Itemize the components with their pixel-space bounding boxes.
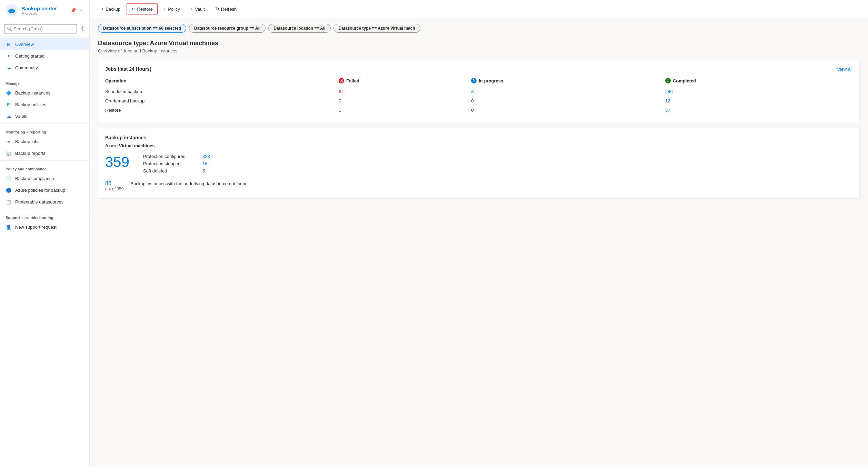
sidebar-item-label-backup-policies: Backup policies [15, 102, 46, 107]
jobs-card: Jobs (last 24 Hours) View all Operation … [98, 59, 860, 122]
datasource-subtitle: Overview of Jobs and Backup instances [98, 48, 860, 53]
manage-section-header: Manage [0, 77, 89, 87]
failed-cell-1: 0 [339, 96, 471, 106]
pin-icon[interactable]: 📌 [70, 8, 76, 13]
soft-deleted-label: Soft deleted [143, 168, 198, 173]
backup-instances-card: Backup instances Azure Virtual machines … [98, 128, 860, 199]
in-progress-icon: ↻ [471, 78, 477, 83]
failed-status-header: ✕ Failed [339, 78, 467, 83]
location-filter-label: Datasource location == [273, 26, 320, 31]
completed-cell-2[interactable]: 57 [665, 106, 852, 115]
backup-button[interactable]: + Backup [97, 4, 125, 14]
sidebar-item-azure-policies[interactable]: 🔵 Azure policies for backup [0, 184, 89, 196]
col-failed-header: ✕ Failed [339, 76, 471, 87]
in-progress-value-2: 0 [471, 108, 473, 113]
sidebar-item-backup-reports[interactable]: 📊 Backup reports [0, 147, 89, 159]
sidebar-item-vaults[interactable]: ☁ Vaults [0, 110, 89, 122]
total-instances-count[interactable]: 359 [105, 154, 129, 170]
protection-stopped-value[interactable]: 16 [202, 161, 207, 166]
failed-value-2[interactable]: 1 [339, 108, 341, 113]
soft-deleted-row: Soft deleted 5 [143, 168, 210, 173]
policy-plus-icon: + [163, 6, 166, 12]
vault-button-label: Vault [195, 7, 205, 12]
in-progress-header-label: In progress [479, 78, 503, 83]
jobs-card-title: Jobs (last 24 Hours) View all [105, 66, 852, 72]
more-icon[interactable]: ··· [80, 8, 84, 13]
sidebar-item-backup-policies[interactable]: ⊞ Backup policies [0, 99, 89, 110]
refresh-button[interactable]: ↻ Refresh [211, 4, 241, 14]
policy-button-label: Policy [168, 7, 180, 12]
not-found-description: Backup instances with the underlying dat… [130, 180, 248, 186]
location-filter[interactable]: Datasource location == All [268, 24, 330, 33]
subscription-filter[interactable]: Datasource subscription == 66 selected [98, 24, 186, 33]
col-completed-header: ✓ Completed [665, 76, 852, 87]
failed-value-0[interactable]: 64 [339, 89, 343, 94]
not-found-section: 86 out of 359 Backup instances with the … [105, 180, 852, 191]
filter-bar: Datasource subscription == 66 selected D… [98, 24, 860, 33]
support-section-header: Support + troubleshooting [0, 211, 89, 221]
vault-button[interactable]: + Vault [186, 4, 209, 14]
completed-value-1[interactable]: 12 [665, 98, 670, 103]
sidebar-item-backup-instances[interactable]: 🔷 Backup instances [0, 87, 89, 99]
sidebar-header: Backup center Microsoft 📌 ··· [0, 0, 89, 21]
main-content: + Backup ↩ Restore + Policy + Vault ↻ Re… [90, 0, 868, 467]
sidebar-item-protectable[interactable]: 📋 Protectable datasources [0, 196, 89, 208]
in-progress-cell-0[interactable]: 8 [471, 87, 665, 96]
table-row: Restore 1 0 57 [105, 106, 852, 115]
sidebar-item-community[interactable]: ☁ Community [0, 62, 89, 73]
search-input[interactable] [4, 24, 77, 33]
backup-instances-icon: 🔷 [6, 90, 12, 96]
policy-button[interactable]: + Policy [159, 4, 184, 14]
sidebar-item-label-backup-compliance: Backup compliance [15, 176, 54, 181]
soft-deleted-value[interactable]: 5 [202, 168, 205, 173]
collapse-sidebar-button[interactable]: 《 [77, 24, 85, 34]
completed-value-2[interactable]: 57 [665, 108, 670, 113]
completed-cell-0[interactable]: 246 [665, 87, 852, 96]
subscription-filter-label: Datasource subscription == [103, 26, 159, 31]
sidebar-item-new-support[interactable]: 👤 New support request [0, 221, 89, 233]
app-title: Backup center [21, 6, 57, 11]
sidebar-item-backup-jobs[interactable]: ≡ Backup jobs [0, 136, 89, 147]
sidebar-item-getting-started[interactable]: ✦ Getting started [0, 50, 89, 62]
sidebar-item-label-new-support: New support request [15, 225, 57, 230]
subscription-filter-value: 66 selected [159, 26, 181, 31]
failed-value-1: 0 [339, 98, 341, 103]
jobs-view-all-link[interactable]: View all [837, 67, 852, 72]
completed-status-header: ✓ Completed [665, 78, 848, 83]
failed-cell-0[interactable]: 64 [339, 87, 471, 96]
vaults-icon: ☁ [6, 113, 12, 119]
type-filter-value: Azure Virtual mach [378, 26, 415, 31]
restore-button-label: Restore [137, 7, 153, 12]
resource-group-filter[interactable]: Datasource resource group == All [189, 24, 266, 33]
getting-started-icon: ✦ [6, 53, 12, 59]
not-found-count-value[interactable]: 86 [105, 180, 123, 187]
protection-configured-value[interactable]: 338 [202, 154, 210, 159]
backup-jobs-icon: ≡ [6, 138, 12, 145]
in-progress-value-1: 0 [471, 98, 473, 103]
backup-button-label: Backup [106, 7, 120, 12]
sidebar-item-label-protectable: Protectable datasources [15, 199, 63, 205]
col-in-progress-header: ↻ In progress [471, 76, 665, 87]
col-operation-header: Operation [105, 76, 339, 87]
restore-button[interactable]: ↩ Restore [127, 3, 158, 14]
search-icon: 🔍 [7, 27, 12, 31]
failed-cell-2[interactable]: 1 [339, 106, 471, 115]
refresh-icon: ↻ [215, 6, 219, 12]
datasource-type-title: Datasource type: Azure Virtual machines [98, 40, 860, 47]
operation-cell-2: Restore [105, 106, 339, 115]
policy-section-header: Policy and compliance [0, 162, 89, 172]
in-progress-value-0[interactable]: 8 [471, 89, 473, 94]
content-area: Datasource subscription == 66 selected D… [90, 18, 868, 467]
sidebar-item-label-backup-reports: Backup reports [15, 151, 45, 156]
sidebar-item-overview[interactable]: ⊞ Overview [0, 38, 89, 50]
not-found-count-group: 86 out of 359 [105, 180, 123, 191]
monitoring-section-header: Monitoring + reporting [0, 125, 89, 136]
not-found-of-label: out of 359 [105, 187, 123, 191]
toolbar: + Backup ↩ Restore + Policy + Vault ↻ Re… [90, 0, 868, 18]
sidebar-item-backup-compliance[interactable]: 📄 Backup compliance [0, 172, 89, 184]
completed-cell-1[interactable]: 12 [665, 96, 852, 106]
completed-value-0[interactable]: 246 [665, 89, 673, 94]
backup-plus-icon: + [101, 6, 104, 12]
in-progress-cell-2: 0 [471, 106, 665, 115]
type-filter[interactable]: Datasource type == Azure Virtual mach [333, 24, 420, 33]
